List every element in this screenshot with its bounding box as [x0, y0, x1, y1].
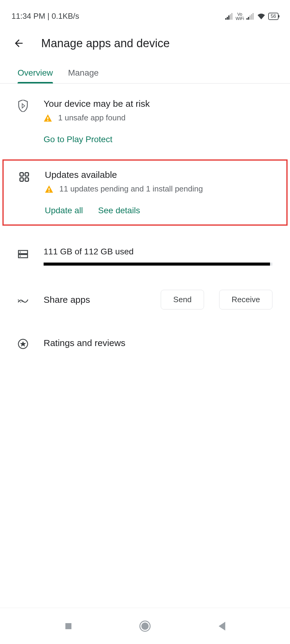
svg-rect-16	[48, 188, 49, 190]
warning-icon	[45, 185, 53, 193]
status-bar: 11:34 PM | 0.1KB/s Vo WiFi	[0, 0, 290, 27]
back-button[interactable]	[12, 36, 26, 51]
svg-rect-23	[65, 623, 71, 629]
svg-rect-14	[20, 178, 23, 181]
share-section: Share apps Send Receive	[0, 275, 290, 325]
signal-bars-1-icon	[225, 13, 233, 20]
square-icon	[64, 622, 73, 631]
receive-button[interactable]: Receive	[219, 290, 272, 309]
battery-icon: 56	[268, 13, 278, 20]
svg-rect-7	[249, 15, 251, 20]
svg-rect-6	[248, 17, 249, 20]
circle-icon	[139, 620, 151, 633]
play-protect-actions: Go to Play Protect	[44, 135, 272, 144]
ratings-section[interactable]: Ratings and reviews	[0, 325, 290, 361]
svg-rect-17	[48, 191, 49, 192]
updates-highlight: Updates available 11 updates pending and…	[2, 159, 288, 226]
send-button[interactable]: Send	[161, 290, 204, 309]
header: Manage apps and device	[0, 27, 290, 63]
apps-icon	[19, 172, 30, 182]
nav-recent-button[interactable]	[61, 619, 76, 634]
svg-rect-4	[231, 13, 232, 20]
svg-rect-11	[47, 120, 48, 121]
svg-rect-3	[230, 14, 231, 20]
arrow-left-icon	[13, 38, 25, 49]
svg-rect-8	[251, 14, 252, 20]
share-label: Share apps	[44, 295, 146, 305]
play-protect-subtitle-text: 1 unsafe app found	[58, 113, 126, 123]
svg-rect-0	[225, 18, 226, 20]
updates-content: Updates available 11 updates pending and…	[45, 170, 271, 215]
updates-actions: Update all See details	[45, 206, 271, 215]
triangle-left-icon	[217, 621, 226, 631]
tab-overview[interactable]: Overview	[18, 63, 53, 83]
warning-icon	[44, 114, 52, 122]
storage-content: 111 GB of 112 GB used	[44, 247, 272, 266]
signal-bars-2-icon	[246, 13, 254, 20]
tabs: Overview Manage	[0, 63, 290, 83]
vowifi-bottom: WiFi	[236, 16, 244, 21]
tab-manage[interactable]: Manage	[68, 63, 99, 83]
nav-back-button[interactable]	[214, 619, 229, 634]
storage-section[interactable]: 111 GB of 112 GB used	[0, 232, 290, 275]
go-to-play-protect-link[interactable]: Go to Play Protect	[44, 135, 112, 144]
status-right: Vo WiFi 56	[225, 12, 278, 21]
nav-home-button[interactable]	[137, 619, 153, 634]
vowifi-top: Vo	[237, 12, 242, 16]
storage-bar	[44, 263, 272, 266]
svg-rect-5	[246, 18, 248, 20]
svg-rect-9	[252, 13, 254, 20]
updates-section[interactable]: Updates available 11 updates pending and…	[4, 161, 286, 224]
see-details-link[interactable]: See details	[98, 206, 140, 215]
ratings-label: Ratings and reviews	[44, 338, 125, 348]
updates-title: Updates available	[45, 170, 271, 180]
updates-subtitle: 11 updates pending and 1 install pending	[45, 184, 271, 194]
updates-subtitle-text: 11 updates pending and 1 install pending	[59, 184, 203, 194]
play-protect-section[interactable]: Your device may be at risk 1 unsafe app …	[0, 83, 290, 153]
storage-text: 111 GB of 112 GB used	[44, 247, 272, 257]
star-circle-icon	[18, 338, 28, 349]
svg-rect-10	[47, 117, 48, 119]
status-time: 11:34 PM	[12, 11, 45, 21]
share-icon	[18, 295, 28, 306]
storage-fill	[44, 263, 270, 266]
svg-point-25	[141, 623, 149, 630]
status-data-rate: 0.1KB/s	[52, 11, 79, 21]
update-all-link[interactable]: Update all	[45, 206, 83, 215]
wifi-icon	[257, 13, 266, 20]
nav-bar	[0, 608, 290, 644]
svg-point-20	[20, 251, 21, 253]
play-protect-content: Your device may be at risk 1 unsafe app …	[44, 99, 272, 144]
play-protect-icon	[18, 100, 28, 111]
page-title: Manage apps and device	[41, 37, 170, 50]
svg-rect-1	[227, 17, 228, 20]
svg-rect-12	[20, 173, 23, 176]
play-protect-subtitle: 1 unsafe app found	[44, 113, 272, 123]
content: Your device may be at risk 1 unsafe app …	[0, 83, 290, 361]
play-protect-title: Your device may be at risk	[44, 99, 272, 109]
status-separator: |	[48, 11, 52, 21]
svg-rect-13	[25, 173, 28, 176]
storage-icon	[18, 249, 28, 260]
status-left: 11:34 PM | 0.1KB/s	[12, 11, 79, 21]
svg-point-21	[20, 256, 21, 257]
vowifi-icon: Vo WiFi	[236, 12, 244, 21]
svg-rect-2	[228, 15, 229, 20]
svg-rect-15	[25, 178, 28, 181]
